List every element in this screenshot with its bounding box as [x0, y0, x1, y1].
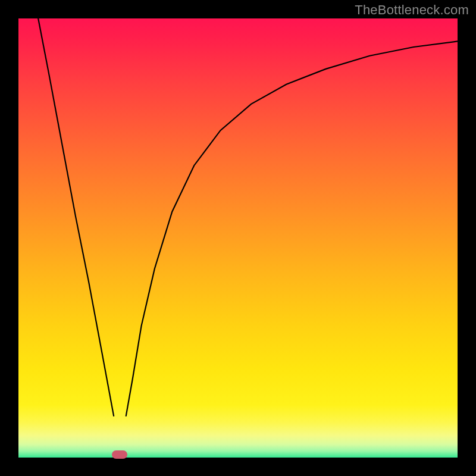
curve-left-branch — [38, 18, 114, 416]
curve-right-branch — [126, 41, 458, 416]
vertex-marker — [112, 450, 127, 459]
watermark-text: TheBottleneck.com — [355, 2, 469, 18]
bottleneck-curve — [18, 18, 458, 458]
plot-area — [18, 18, 458, 458]
chart-frame: TheBottleneck.com — [0, 0, 476, 476]
